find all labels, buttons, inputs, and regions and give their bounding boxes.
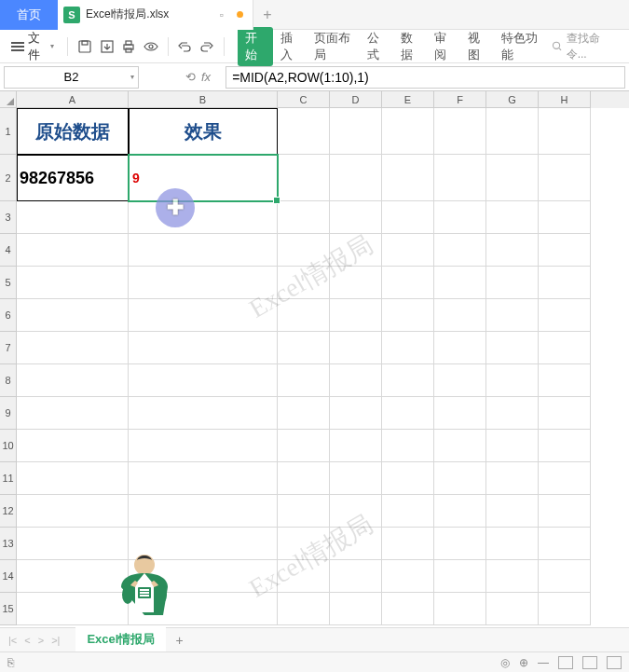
cell-e6[interactable] (382, 299, 434, 332)
cell-e5[interactable] (382, 267, 434, 299)
cell-g2[interactable] (486, 155, 539, 201)
cell-a4[interactable] (17, 234, 129, 267)
cell-c6[interactable] (278, 299, 330, 332)
cell-h13[interactable] (539, 528, 591, 560)
cell-e2[interactable] (382, 155, 434, 201)
cell-f4[interactable] (434, 234, 486, 267)
cell-e7[interactable] (382, 332, 434, 364)
col-header-a[interactable]: A (17, 91, 129, 108)
cell-f5[interactable] (434, 267, 486, 299)
cell-h14[interactable] (539, 560, 591, 593)
cell-e10[interactable] (382, 430, 434, 462)
cell-d5[interactable] (330, 267, 382, 299)
cell-a6[interactable] (17, 299, 129, 332)
cell-g13[interactable] (486, 528, 539, 560)
cell-d13[interactable] (330, 528, 382, 560)
row-header-11[interactable]: 11 (0, 462, 17, 495)
cell-h9[interactable] (539, 397, 591, 430)
cell-e9[interactable] (382, 397, 434, 430)
col-header-h[interactable]: H (539, 91, 591, 108)
row-header-5[interactable]: 5 (0, 267, 17, 299)
cell-d8[interactable] (330, 364, 382, 397)
col-header-f[interactable]: F (434, 91, 486, 108)
export-button[interactable] (98, 36, 116, 57)
ribbon-start[interactable]: 开始 (238, 27, 273, 66)
add-sheet-button[interactable]: + (166, 633, 192, 648)
cell-g7[interactable] (486, 332, 539, 364)
cell-a3[interactable] (17, 201, 129, 234)
view-eye-icon[interactable]: ◎ (500, 656, 510, 669)
cell-h8[interactable] (539, 364, 591, 397)
cell-d12[interactable] (330, 495, 382, 528)
print-button[interactable] (119, 36, 138, 57)
cell-f15[interactable] (434, 593, 486, 625)
cell-f14[interactable] (434, 560, 486, 593)
cell-h12[interactable] (539, 495, 591, 528)
cell-d11[interactable] (330, 462, 382, 495)
cell-h4[interactable] (539, 234, 591, 267)
view-normal-button[interactable] (558, 656, 573, 669)
sheet-first-button[interactable]: |< (6, 635, 20, 646)
ribbon-special[interactable]: 特色功能 (496, 28, 548, 65)
col-header-b[interactable]: B (129, 91, 278, 108)
sheet-prev-button[interactable]: < (21, 635, 33, 646)
cell-f9[interactable] (434, 397, 486, 430)
cell-b2[interactable]: 9 (129, 155, 278, 201)
cell-h15[interactable] (539, 593, 591, 625)
ribbon-data[interactable]: 数据 (395, 28, 427, 65)
ribbon-formula[interactable]: 公式 (362, 28, 393, 65)
file-menu-button[interactable]: 文件 ▾ (6, 30, 60, 63)
cell-a2[interactable]: 98267856 (17, 155, 129, 201)
cell-h2[interactable] (539, 155, 591, 201)
row-header-6[interactable]: 6 (0, 299, 17, 332)
cell-f11[interactable] (434, 462, 486, 495)
cell-c8[interactable] (278, 364, 330, 397)
cancel-formula-icon[interactable]: ⟲ (185, 70, 196, 84)
cell-f12[interactable] (434, 495, 486, 528)
col-header-d[interactable]: D (330, 91, 382, 108)
cell-g12[interactable] (486, 495, 539, 528)
ribbon-review[interactable]: 审阅 (429, 28, 460, 65)
select-all-corner[interactable] (0, 91, 17, 108)
cell-a5[interactable] (17, 267, 129, 299)
sheet-next-button[interactable]: > (35, 635, 47, 646)
cell-b5[interactable] (129, 267, 278, 299)
cell-g8[interactable] (486, 364, 539, 397)
cell-c15[interactable] (278, 593, 330, 625)
cell-h6[interactable] (539, 299, 591, 332)
cell-b12[interactable] (129, 495, 278, 528)
cell-d10[interactable] (330, 430, 382, 462)
cell-e1[interactable] (382, 108, 434, 155)
fx-icon[interactable]: fx (201, 70, 211, 84)
row-header-14[interactable]: 14 (0, 560, 17, 593)
row-header-9[interactable]: 9 (0, 397, 17, 430)
row-header-8[interactable]: 8 (0, 364, 17, 397)
cell-d4[interactable] (330, 234, 382, 267)
cell-a8[interactable] (17, 364, 129, 397)
tab-menu-icon[interactable]: ▫ (220, 8, 224, 21)
cell-e11[interactable] (382, 462, 434, 495)
cell-g15[interactable] (486, 593, 539, 625)
ribbon-view[interactable]: 视图 (462, 28, 494, 65)
cell-c5[interactable] (278, 267, 330, 299)
cell-h10[interactable] (539, 430, 591, 462)
cell-b4[interactable] (129, 234, 278, 267)
cell-c11[interactable] (278, 462, 330, 495)
cell-e13[interactable] (382, 528, 434, 560)
cell-f2[interactable] (434, 155, 486, 201)
cell-b3[interactable] (129, 201, 278, 234)
col-header-g[interactable]: G (486, 91, 539, 108)
cell-a10[interactable] (17, 430, 129, 462)
cell-g6[interactable] (486, 299, 539, 332)
cell-b11[interactable] (129, 462, 278, 495)
cell-a12[interactable] (17, 495, 129, 528)
row-header-1[interactable]: 1 (0, 108, 17, 155)
cell-d1[interactable] (330, 108, 382, 155)
cell-c4[interactable] (278, 234, 330, 267)
cell-a1[interactable]: 原始数据 (17, 108, 129, 155)
cell-g14[interactable] (486, 560, 539, 593)
zoom-slider[interactable]: — (538, 656, 549, 669)
cell-c13[interactable] (278, 528, 330, 560)
row-header-4[interactable]: 4 (0, 234, 17, 267)
cell-g9[interactable] (486, 397, 539, 430)
